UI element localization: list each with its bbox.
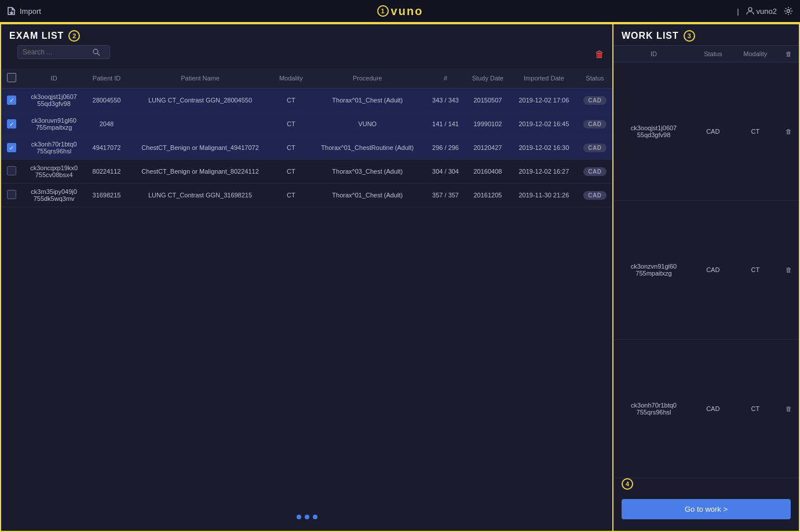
cell-status: CAD	[578, 136, 612, 160]
table-row[interactable]: ck3oruvn91gl60 755mpaitxzg 2048 CT VUNO …	[1, 112, 612, 136]
svg-point-1	[787, 10, 790, 13]
exam-panel: EXAM LIST 2 🗑 ID Patie	[1, 24, 613, 531]
col-procedure: Procedure	[309, 68, 426, 89]
svg-point-0	[748, 8, 752, 11]
cell-status: CAD	[578, 89, 612, 112]
cell-imported-date: 2019-12-02 16:27	[510, 160, 578, 184]
cell-imported-date: 2019-12-02 17:06	[510, 89, 578, 112]
gear-icon[interactable]	[784, 6, 793, 16]
search-input[interactable]	[23, 48, 92, 56]
cell-count: 296 / 296	[426, 136, 465, 160]
pagination-dots	[297, 515, 317, 519]
row-checkbox[interactable]	[7, 96, 16, 105]
cell-procedure: VUNO	[309, 112, 426, 136]
cell-modality: CT	[273, 112, 309, 136]
cell-modality: CT	[273, 89, 309, 112]
row-checkbox[interactable]	[7, 119, 16, 129]
work-cell-delete[interactable]: 🗑	[779, 63, 799, 201]
cell-patient-name: ChestCT_Benign or Malignant_49417072	[127, 136, 273, 160]
list-item[interactable]: ck3onh70r1btq0 755qrs96hsl CAD CT 🗑	[613, 339, 799, 478]
search-icon	[92, 48, 100, 56]
cell-patient-name: LUNG CT_Contrast GGN_31698215	[127, 184, 273, 207]
cell-imported-date: 2019-12-02 16:30	[510, 136, 578, 160]
search-row: 🗑	[1, 45, 612, 68]
dot-2[interactable]	[305, 515, 309, 519]
delete-selected-button[interactable]: 🗑	[595, 49, 604, 60]
cell-modality: CT	[273, 136, 309, 160]
work-cell-status: CAD	[694, 63, 732, 201]
cell-procedure: Thorax^01_Chest (Adult)	[309, 89, 426, 112]
exam-list-title: EXAM LIST	[9, 31, 64, 41]
dot-1[interactable]	[297, 515, 301, 519]
separator: |	[737, 7, 739, 16]
cell-count: 343 / 343	[426, 89, 465, 112]
username: vuno2	[757, 7, 777, 16]
cell-count: 304 / 304	[426, 160, 465, 184]
cell-procedure: Thorax^01_Chest (Adult)	[309, 184, 426, 207]
work-cell-modality: CT	[732, 201, 779, 339]
exam-table: ID Patient ID Patient Name Modality Proc…	[1, 68, 612, 207]
dot-3[interactable]	[313, 515, 317, 519]
col-id: ID	[22, 68, 86, 89]
work-col-id: ID	[613, 46, 694, 63]
header-logo: 1 vuno	[377, 5, 423, 18]
import-button[interactable]: Import	[7, 6, 41, 16]
work-cell-id: ck3onh70r1btq0 755qrs96hsl	[613, 339, 694, 478]
cell-id: ck3ooqjst1j0607 55qd3gfv98	[22, 89, 86, 112]
work-cell-status: CAD	[694, 339, 732, 478]
table-row[interactable]: ck3onh70r1btq0 755qrs96hsl 49417072 Ches…	[1, 136, 612, 160]
cell-imported-date: 2019-11-30 21:26	[510, 184, 578, 207]
table-row[interactable]: ck3ooqjst1j0607 55qd3gfv98 28004550 LUNG…	[1, 89, 612, 112]
svg-line-3	[97, 53, 100, 56]
header-right: | vuno2	[737, 6, 793, 16]
logo-text: vuno	[391, 5, 423, 18]
main-layout: EXAM LIST 2 🗑 ID Patie	[0, 23, 800, 532]
work-cell-id: ck3onzvn91gl60 755mpaitxzg	[613, 201, 694, 339]
row-checkbox[interactable]	[7, 166, 16, 175]
work-cell-modality: CT	[732, 339, 779, 478]
row-checkbox[interactable]	[7, 143, 16, 152]
cell-count: 141 / 141	[426, 112, 465, 136]
col-imported-date: Imported Date	[510, 68, 578, 89]
work-cell-delete[interactable]: 🗑	[779, 339, 799, 478]
import-icon	[7, 6, 16, 16]
cell-patient-name: ChestCT_Benign or Malignant_80224112	[127, 160, 273, 184]
go-to-work-button[interactable]: Go to work >	[622, 499, 791, 519]
cell-id: ck3onh70r1btq0 755qrs96hsl	[22, 136, 86, 160]
cell-study-date: 19990102	[465, 112, 510, 136]
cell-modality: CT	[273, 184, 309, 207]
cell-patient-id: 2048	[86, 112, 127, 136]
cell-id: ck3m35ipy049j0 755dk5wq3mv	[22, 184, 86, 207]
cell-study-date: 20150507	[465, 89, 510, 112]
user-icon	[746, 7, 754, 15]
cell-status: CAD	[578, 112, 612, 136]
table-row[interactable]: ck3oncqxp19kx0 755cv08bsx4 80224112 Ches…	[1, 160, 612, 184]
cell-id: ck3oncqxp19kx0 755cv08bsx4	[22, 160, 86, 184]
list-item[interactable]: ck3onzvn91gl60 755mpaitxzg CAD CT 🗑	[613, 201, 799, 339]
work-cell-delete[interactable]: 🗑	[779, 201, 799, 339]
work-cell-id: ck3ooqjst1j0607 55qd3gfv98	[613, 63, 694, 201]
table-row[interactable]: ck3m35ipy049j0 755dk5wq3mv 31698215 LUNG…	[1, 184, 612, 207]
svg-point-2	[93, 49, 98, 54]
list-item[interactable]: ck3ooqjst1j0607 55qd3gfv98 CAD CT 🗑	[613, 63, 799, 201]
work-bottom: 4 Go to work >	[613, 478, 799, 531]
import-label: Import	[20, 7, 41, 16]
cell-study-date: 20160408	[465, 160, 510, 184]
row-checkbox[interactable]	[7, 190, 16, 199]
col-study-date: Study Date	[465, 68, 510, 89]
cell-imported-date: 2019-12-02 16:45	[510, 112, 578, 136]
cell-patient-id: 80224112	[86, 160, 127, 184]
col-patient-name: Patient Name	[127, 68, 273, 89]
work-col-delete: 🗑	[779, 46, 799, 63]
badge-1: 1	[377, 5, 389, 17]
cell-procedure: Thorax^03_Chest (Adult)	[309, 160, 426, 184]
cell-patient-name	[127, 112, 273, 136]
cell-patient-id: 31698215	[86, 184, 127, 207]
work-table: ID Status Modality 🗑 ck3ooqjst1j0607 55q…	[613, 46, 799, 478]
cell-procedure: Thorax^01_ChestRoutine (Adult)	[309, 136, 426, 160]
badge-2: 2	[68, 30, 80, 42]
exam-title-row: EXAM LIST 2	[1, 24, 612, 45]
cell-modality: CT	[273, 160, 309, 184]
header: Import 1 vuno | vuno2	[0, 0, 800, 23]
select-all-checkbox[interactable]	[7, 73, 16, 82]
